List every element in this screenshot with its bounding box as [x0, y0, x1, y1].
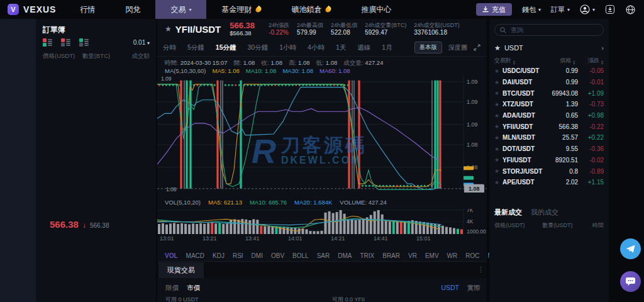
account-menu[interactable]: ▾	[580, 4, 595, 14]
chevron-down-icon: ▾	[538, 7, 541, 13]
brand[interactable]: V VEXUS	[0, 4, 65, 15]
indicator-kdj[interactable]: KDJ	[213, 252, 225, 259]
indicator-obv[interactable]: OBV	[271, 252, 284, 259]
depth-chart-button[interactable]: 深度圖	[448, 43, 467, 52]
quote-currency-toggle[interactable]: USDT	[441, 284, 459, 291]
indicator-brar[interactable]: BRAR	[382, 252, 400, 259]
indicator-wr[interactable]: WR	[447, 252, 458, 259]
star-icon[interactable]: ★	[494, 101, 499, 108]
left-sidebar-strip	[0, 19, 36, 302]
star-icon[interactable]: ★	[494, 79, 499, 86]
svg-text:1.09: 1.09	[161, 76, 172, 82]
trades-column-header: 時間	[579, 221, 604, 230]
star-icon[interactable]: ★	[494, 146, 499, 152]
orderbook-view-bids-icon[interactable]	[79, 38, 89, 47]
interval-分時[interactable]: 分時	[157, 43, 182, 52]
limit-order-tab[interactable]: 限價	[165, 284, 179, 293]
interval-5分鐘[interactable]: 5分鐘	[182, 43, 210, 52]
star-icon[interactable]: ★	[494, 179, 499, 186]
star-icon[interactable]: ★	[494, 90, 499, 96]
sort-header[interactable]: 漲跌▲▼	[575, 57, 604, 65]
orders-menu[interactable]: 訂單 ▾	[551, 5, 570, 14]
star-icon[interactable]: ★	[494, 168, 499, 174]
nav-item-flash-swap[interactable]: 閃兌	[110, 0, 155, 19]
orderbook-view-asks-icon[interactable]	[61, 38, 70, 47]
pair-row-ape[interactable]: ★APE/USDT2.02+1.15	[489, 177, 609, 188]
pair-name: APE/USDT	[502, 179, 546, 186]
sort-header[interactable]: 價格▲▼	[540, 57, 575, 65]
star-icon[interactable]: ★	[494, 157, 499, 163]
trades-tabs: 最新成交 我的成交	[494, 208, 558, 217]
nav-item-mining[interactable]: 礦池鎖倉	[276, 0, 346, 19]
wallet-menu[interactable]: 錢包 ▾	[522, 5, 541, 14]
interval-15分鐘[interactable]: 15分鐘	[210, 43, 242, 52]
pair-row-xtz[interactable]: ★XTZ/USDT1.39-0.73	[489, 99, 609, 110]
pair-row-yfi[interactable]: ★YFI/USDT8920.51-0.02	[489, 155, 609, 166]
indicator-boll[interactable]: BOLL	[292, 252, 309, 259]
indicator-dma[interactable]: DMA	[338, 252, 352, 259]
pair-row-mln[interactable]: ★MLN/USDT25.57+0.22	[489, 132, 609, 143]
nav-item-fund[interactable]: 基金理財	[206, 0, 276, 19]
tab-spot-trading[interactable]: 現貨交易	[158, 262, 204, 278]
telegram-button[interactable]	[620, 238, 641, 259]
pair-row-ada[interactable]: ★ADA/USDT0.65+0.98	[489, 110, 609, 121]
indicator-rsi[interactable]: RSI	[233, 252, 243, 259]
favorite-star-icon[interactable]: ★	[165, 25, 172, 33]
nav-item-trade[interactable]: 交易▾	[155, 0, 206, 19]
indicator-macd[interactable]: MACD	[186, 252, 204, 259]
candlestick-chart[interactable]: 1.091.091.091.081.081.081.091.08	[157, 76, 487, 193]
orderbook-view-both-icon[interactable]	[43, 38, 52, 47]
precision-dropdown[interactable]: 0.01 ▾	[133, 39, 150, 46]
tab-overflow-icon[interactable]: ⋮	[477, 266, 484, 274]
search-input[interactable]	[509, 26, 591, 34]
star-icon[interactable]: ★	[494, 123, 499, 130]
indicator-dmi[interactable]: DMI	[252, 252, 263, 259]
interval-30分鐘[interactable]: 30分鐘	[242, 43, 274, 52]
customer-service-button[interactable]	[620, 271, 641, 292]
indicator-sar[interactable]: SAR	[317, 252, 330, 259]
basic-version-button[interactable]: 基本版	[414, 42, 443, 53]
ohlc-label: 成交量:	[343, 59, 363, 66]
star-icon[interactable]: ★	[494, 113, 499, 119]
download-app-button[interactable]	[605, 4, 615, 14]
stat-label: 24h漲跌	[269, 22, 289, 29]
indicator-vr[interactable]: VR	[408, 252, 417, 259]
ma-item: MA20: 1.684K	[294, 199, 332, 206]
nav-item-market[interactable]: 行情	[65, 0, 110, 19]
ticker-stat: 24h最高價579.99	[297, 22, 323, 36]
deposit-button[interactable]: 充值	[476, 3, 512, 16]
last-price[interactable]: 566.38 ↓ 566.38	[50, 219, 109, 230]
orderbook-headers: 價格(USDT)數量(BTC)成交額	[43, 52, 150, 60]
quote-filter-usdt[interactable]: ★ USDT ›	[494, 42, 604, 54]
pair-row-storj[interactable]: ★STORJ/USDT0.8-0.89	[489, 165, 609, 177]
fullscreen-icon[interactable]	[474, 44, 480, 51]
svg-text:1.08: 1.08	[166, 186, 177, 193]
interval-1天[interactable]: 1天	[330, 43, 352, 52]
chevron-down-icon: ▾	[592, 7, 595, 13]
tab-recent-trades[interactable]: 最新成交	[494, 208, 522, 217]
volume-chart[interactable]: 7K4K1000.00	[157, 209, 487, 235]
interval-1月[interactable]: 1月	[376, 43, 397, 52]
nav-item-promo[interactable]: 推廣中心	[346, 0, 406, 19]
market-order-tab[interactable]: 市價	[187, 284, 200, 293]
pair-row-yfii[interactable]: ★YFII/USDT566.38-0.22	[489, 121, 609, 132]
interval-週線[interactable]: 週線	[352, 43, 376, 52]
indicator-vol[interactable]: VOL	[165, 252, 178, 259]
unit-toggle[interactable]: 實際	[467, 284, 480, 293]
star-icon[interactable]: ★	[494, 135, 499, 141]
indicator-emv[interactable]: EMV	[425, 252, 439, 259]
indicator-trix[interactable]: TRIX	[360, 252, 374, 259]
pair-row-dai[interactable]: ★DAI/USDT0.99-0.01	[489, 77, 609, 88]
pair-row-usdc[interactable]: ★USDC/USDT0.99-0.05	[489, 65, 609, 77]
pair-row-btc[interactable]: ★BTC/USDT69943.08+1.09	[489, 87, 609, 99]
star-icon[interactable]: ★	[494, 68, 499, 74]
interval-4小時[interactable]: 4小時	[302, 43, 330, 52]
tab-my-trades[interactable]: 我的成交	[531, 208, 558, 217]
interval-1小時[interactable]: 1小時	[274, 43, 302, 52]
sort-header[interactable]: 交易對▲▼	[494, 57, 540, 65]
pair-row-dot[interactable]: ★DOT/USDT9.55-0.36	[489, 143, 609, 155]
indicator-roc[interactable]: ROC	[465, 252, 479, 259]
ticker-stat: 24h最低價522.08	[331, 22, 357, 36]
pair-name: ADA/USDT	[502, 112, 546, 119]
language-button[interactable]	[625, 4, 635, 14]
